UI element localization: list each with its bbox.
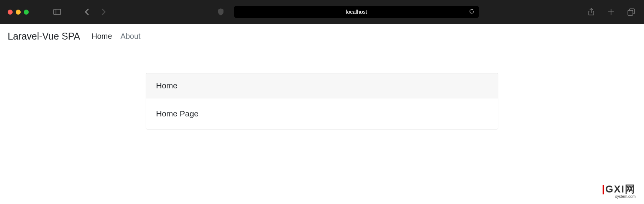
share-icon[interactable] (586, 7, 596, 17)
maximize-window-button[interactable] (24, 10, 29, 15)
back-button[interactable] (82, 7, 92, 17)
window-controls (8, 10, 29, 15)
svg-rect-4 (628, 10, 633, 15)
sidebar-toggle-icon[interactable] (52, 7, 62, 17)
url-text: localhost (346, 9, 367, 15)
navigation-buttons (82, 7, 109, 17)
address-bar[interactable]: localhost (234, 6, 479, 18)
toolbar-right (586, 7, 636, 17)
privacy-shield-icon[interactable] (215, 7, 226, 17)
brand-link[interactable]: Laravel-Vue SPA (8, 31, 80, 42)
svg-rect-0 (54, 9, 61, 15)
tabs-overview-icon[interactable] (626, 7, 636, 17)
minimize-window-button[interactable] (16, 10, 21, 15)
main-container: Home Home Page (146, 73, 498, 129)
browser-toolbar: localhost (0, 0, 644, 24)
reload-button[interactable] (469, 8, 475, 15)
nav-link-home[interactable]: Home (92, 32, 112, 41)
content-card: Home Home Page (146, 73, 498, 129)
app-navbar: Laravel-Vue SPA Home About (0, 24, 644, 49)
new-tab-icon[interactable] (606, 7, 616, 17)
watermark: |GXI网 system.com (602, 182, 636, 199)
close-window-button[interactable] (8, 10, 13, 15)
forward-button[interactable] (98, 7, 109, 17)
nav-link-about[interactable]: About (120, 32, 140, 41)
nav-links: Home About (92, 32, 141, 41)
card-body: Home Page (146, 98, 498, 129)
address-bar-area: localhost (117, 6, 578, 18)
watermark-main: |GXI网 (602, 183, 636, 195)
watermark-sub: system.com (602, 194, 636, 199)
card-header: Home (146, 73, 498, 98)
